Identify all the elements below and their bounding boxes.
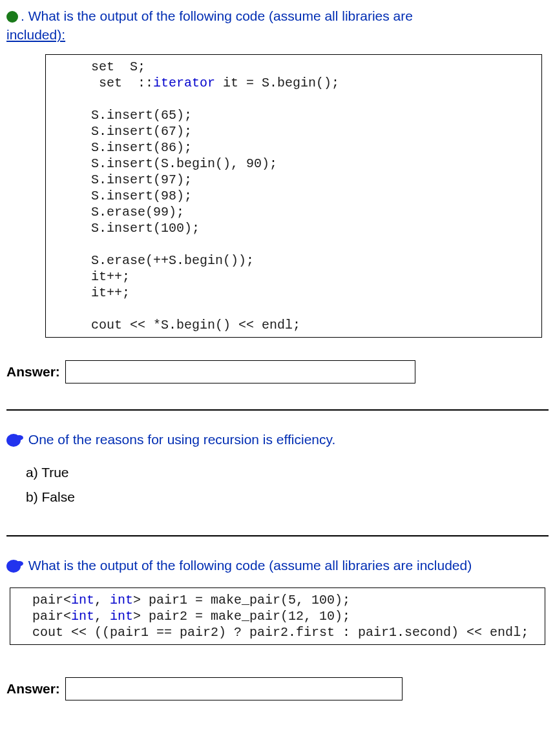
q3-answer-input[interactable] bbox=[65, 677, 403, 700]
bullet-icon bbox=[6, 11, 18, 23]
answer-label: Answer: bbox=[6, 681, 60, 697]
q3-code-block: pair<int, int> pair1 = make_pair(5, 100)… bbox=[10, 587, 545, 645]
separator bbox=[6, 409, 549, 411]
q1-text-line1: . What is the output of the following co… bbox=[21, 8, 413, 23]
q2-prompt: One of the reasons for using recursion i… bbox=[6, 430, 549, 449]
q1-text-line2: included): bbox=[6, 27, 65, 42]
bullet-icon bbox=[6, 560, 21, 573]
q2-text: One of the reasons for using recursion i… bbox=[28, 432, 335, 447]
q3-prompt: What is the output of the following code… bbox=[6, 556, 549, 575]
bullet-icon bbox=[6, 434, 21, 447]
q1-code-block: set S; set ::iterator it = S.begin(); S.… bbox=[45, 54, 542, 338]
separator bbox=[6, 535, 549, 536]
q1-prompt: . What is the output of the following co… bbox=[6, 6, 549, 45]
q3-answer-row: Answer: bbox=[6, 677, 549, 700]
q3-text: What is the output of the following code… bbox=[28, 558, 472, 573]
q2-options: a) True b) False bbox=[26, 460, 549, 509]
q2-option-a[interactable]: a) True bbox=[26, 460, 549, 485]
answer-label: Answer: bbox=[6, 364, 60, 380]
q1-answer-input[interactable] bbox=[65, 360, 415, 383]
q1-answer-row: Answer: bbox=[6, 360, 549, 383]
q2-option-b[interactable]: b) False bbox=[26, 485, 549, 509]
